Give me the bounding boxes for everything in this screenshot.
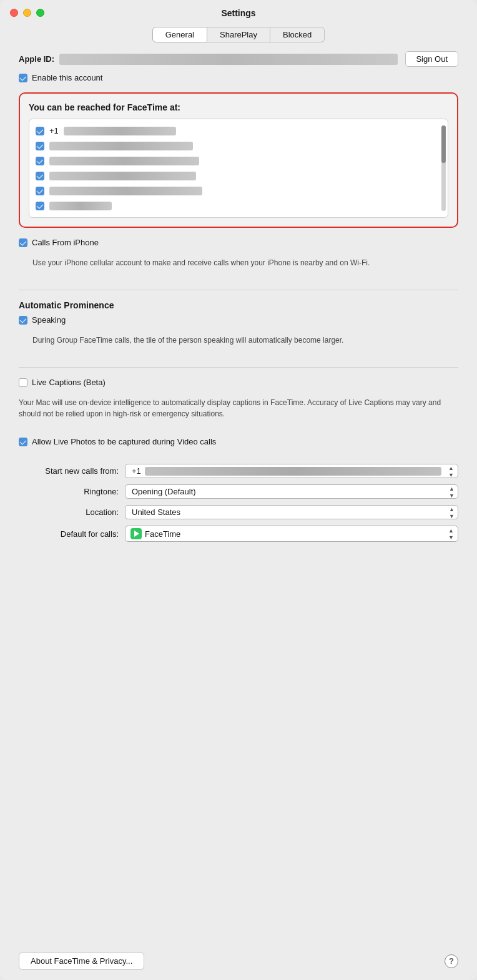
- calls-from-iphone-section: Calls From iPhone Use your iPhone cellul…: [19, 238, 458, 268]
- speaking-label: Speaking: [32, 315, 66, 325]
- apple-id-label: Apple ID:: [19, 54, 54, 64]
- location-label: Location:: [19, 507, 119, 517]
- live-captions-checkbox[interactable]: [19, 378, 27, 387]
- list-item: [29, 169, 448, 184]
- apple-id-row: Apple ID: Sign Out: [19, 51, 458, 67]
- spacer: [19, 456, 458, 464]
- facetime-item-checkbox-0[interactable]: [36, 127, 44, 135]
- content-area: Apple ID: Sign Out Enable this account Y…: [0, 51, 477, 567]
- list-item: [29, 139, 448, 154]
- ringtone-label: Ringtone:: [19, 487, 119, 496]
- live-photos-row: Allow Live Photos to be captured during …: [19, 437, 458, 446]
- live-photos-label: Allow Live Photos to be captured during …: [32, 437, 216, 446]
- facetime-list: +1: [29, 119, 448, 217]
- bottom-bar: About FaceTime & Privacy... ?: [0, 942, 477, 980]
- facetime-item-redacted-0: [64, 127, 176, 135]
- location-row: Location: United States ▲ ▼: [19, 505, 458, 519]
- title-bar: Settings: [0, 0, 477, 23]
- start-calls-select[interactable]: +1 ▲ ▼: [125, 464, 458, 478]
- speaking-desc: During Group FaceTime calls, the tile of…: [32, 335, 458, 346]
- tab-shareplay[interactable]: SharePlay: [207, 27, 270, 42]
- enable-account-checkbox[interactable]: [19, 74, 27, 82]
- automatic-prominence-title: Automatic Prominence: [19, 300, 458, 310]
- minimize-button[interactable]: [23, 9, 31, 17]
- default-calls-arrows-icon: ▲ ▼: [448, 527, 454, 541]
- speaking-checkbox[interactable]: [19, 316, 27, 325]
- enable-account-label: Enable this account: [32, 73, 102, 82]
- location-select-container: United States ▲ ▼: [125, 505, 458, 519]
- facetime-reachable-box: You can be reached for FaceTime at: +1: [19, 92, 458, 228]
- live-captions-section: Live Captions (Beta) Your Mac will use o…: [19, 378, 458, 426]
- calls-from-iphone-label: Calls From iPhone: [32, 238, 99, 247]
- facetime-list-container: +1: [29, 119, 448, 218]
- ringtone-select-container: Opening (Default) ▲ ▼: [125, 484, 458, 499]
- start-calls-row: Start new calls from: +1 ▲ ▼: [19, 464, 458, 478]
- live-captions-row: Live Captions (Beta): [19, 378, 458, 387]
- traffic-lights: [10, 9, 44, 17]
- scrollbar-thumb[interactable]: [441, 125, 446, 163]
- calls-from-iphone-checkbox[interactable]: [19, 238, 27, 247]
- tab-blocked[interactable]: Blocked: [270, 27, 325, 42]
- live-captions-label: Live Captions (Beta): [32, 378, 106, 387]
- tab-general[interactable]: General: [152, 27, 207, 42]
- location-select[interactable]: United States: [125, 505, 458, 519]
- list-item: [29, 198, 448, 213]
- facetime-item-checkbox-2[interactable]: [36, 157, 44, 165]
- default-calls-label: Default for calls:: [19, 529, 119, 539]
- ringtone-select[interactable]: Opening (Default): [125, 484, 458, 499]
- facetime-item-redacted-1: [49, 142, 193, 150]
- phone-number-redacted: [145, 467, 441, 476]
- start-calls-label: Start new calls from:: [19, 466, 119, 476]
- close-button[interactable]: [10, 9, 18, 17]
- calls-from-iphone-row: Calls From iPhone: [19, 238, 458, 247]
- live-photos-checkbox[interactable]: [19, 438, 27, 446]
- live-captions-desc: Your Mac will use on-device intelligence…: [19, 397, 458, 419]
- window-title: Settings: [221, 8, 255, 18]
- select-arrows-icon: ▲ ▼: [448, 464, 454, 478]
- automatic-prominence-section: Automatic Prominence Speaking During Gro…: [19, 300, 458, 346]
- default-calls-row: Default for calls: FaceTime ▲ ▼: [19, 526, 458, 542]
- calls-from-iphone-desc: Use your iPhone cellular account to make…: [32, 257, 458, 268]
- divider-2: [19, 367, 458, 368]
- facetime-reachable-title: You can be reached for FaceTime at:: [29, 102, 448, 112]
- facetime-item-checkbox-5[interactable]: [36, 202, 44, 210]
- default-calls-value: FaceTime: [145, 529, 180, 539]
- scrollbar[interactable]: [441, 125, 446, 211]
- default-calls-select-container: FaceTime ▲ ▼: [125, 526, 458, 542]
- facetime-item-redacted-3: [49, 172, 196, 180]
- list-item: [29, 154, 448, 169]
- list-item: [29, 184, 448, 198]
- help-button[interactable]: ?: [445, 954, 458, 968]
- facetime-app-icon: [130, 528, 142, 539]
- facetime-item-checkbox-4[interactable]: [36, 187, 44, 195]
- facetime-item-redacted-5: [49, 202, 112, 210]
- apple-id-value: [59, 54, 398, 65]
- enable-account-row: Enable this account: [19, 73, 458, 82]
- fullscreen-button[interactable]: [36, 9, 44, 17]
- list-item: +1: [29, 123, 448, 139]
- divider-1: [19, 290, 458, 290]
- ringtone-row: Ringtone: Opening (Default) ▲ ▼: [19, 484, 458, 499]
- phone-prefix: +1: [132, 466, 141, 476]
- speaking-row: Speaking: [19, 315, 458, 325]
- facetime-item-checkbox-1[interactable]: [36, 142, 44, 150]
- sign-out-button[interactable]: Sign Out: [405, 51, 458, 67]
- privacy-button[interactable]: About FaceTime & Privacy...: [19, 952, 144, 970]
- facetime-item-checkbox-3[interactable]: [36, 172, 44, 180]
- default-calls-select[interactable]: FaceTime ▲ ▼: [125, 526, 458, 542]
- facetime-item-redacted-4: [49, 187, 202, 195]
- facetime-item-phone: +1: [49, 126, 59, 135]
- tab-bar: General SharePlay Blocked: [0, 27, 477, 42]
- facetime-item-redacted-2: [49, 157, 199, 165]
- settings-window: Settings General SharePlay Blocked Apple…: [0, 0, 477, 980]
